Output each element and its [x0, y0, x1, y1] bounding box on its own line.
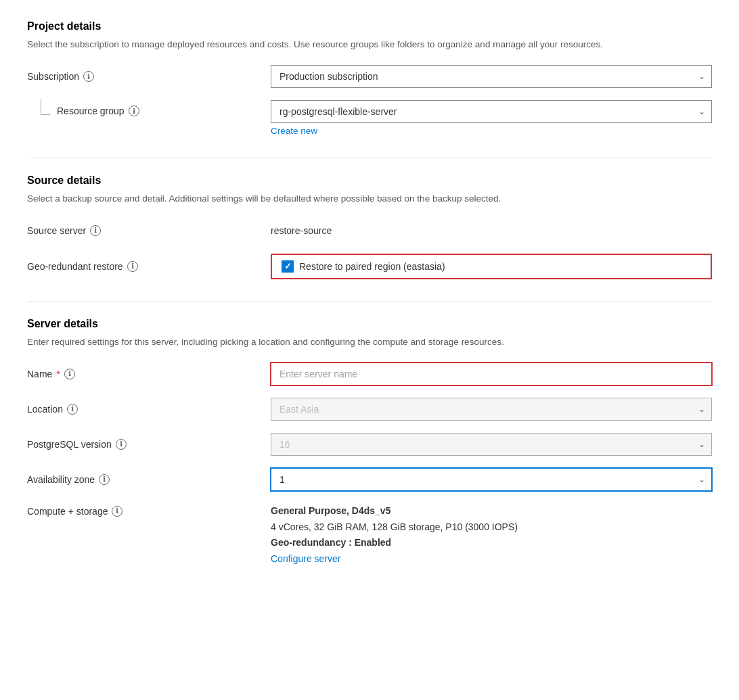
subscription-dropdown[interactable]: Production subscription Dev subscription…	[271, 65, 712, 88]
server-details-section: Server details Enter required settings f…	[27, 318, 712, 567]
server-name-control	[271, 363, 712, 386]
location-dropdown-wrapper: East Asia East US West US West Europe ⌄	[271, 398, 712, 421]
checkmark-icon: ✓	[284, 261, 292, 271]
compute-storage-label: Compute + storage ℹ	[27, 503, 271, 517]
resource-group-dropdown[interactable]: rg-postgresql-flexible-server rg-dev rg-…	[271, 100, 712, 123]
project-details-desc: Select the subscription to manage deploy…	[27, 38, 712, 51]
postgresql-version-dropdown-wrapper: 16 15 14 13 ⌄	[271, 433, 712, 456]
postgresql-version-label: PostgreSQL version ℹ	[27, 439, 271, 450]
geo-redundant-checkbox-container[interactable]: ✓ Restore to paired region (eastasia)	[271, 254, 712, 279]
source-server-label: Source server ℹ	[27, 225, 271, 236]
geo-redundant-row: Geo-redundant restore ℹ ✓ Restore to pai…	[27, 254, 712, 279]
resource-group-row: Resource group ℹ rg-postgresql-flexible-…	[27, 100, 712, 136]
resource-group-indent: Resource group ℹ	[27, 106, 139, 116]
location-label: Location ℹ	[27, 404, 271, 415]
availability-zone-control: 1 2 3 No preference ⌄	[271, 468, 712, 491]
compute-line1: General Purpose, D4ds_v5	[271, 503, 712, 519]
configure-server-link[interactable]: Configure server	[271, 553, 341, 564]
location-control: East Asia East US West US West Europe ⌄	[271, 398, 712, 421]
subscription-dropdown-wrapper: Production subscription Dev subscription…	[271, 65, 712, 88]
server-name-row: Name * ℹ	[27, 363, 712, 386]
availability-zone-dropdown-wrapper: 1 2 3 No preference ⌄	[271, 468, 712, 491]
availability-zone-info-icon[interactable]: ℹ	[99, 474, 110, 485]
resource-group-label-col: Resource group ℹ	[27, 100, 271, 116]
geo-redundant-checkbox-label: Restore to paired region (eastasia)	[299, 261, 445, 272]
postgresql-version-dropdown[interactable]: 16 15 14 13	[271, 433, 712, 456]
subscription-info-icon[interactable]: ℹ	[83, 71, 94, 82]
source-server-row: Source server ℹ restore-source	[27, 220, 712, 241]
resource-group-dropdown-wrapper: rg-postgresql-flexible-server rg-dev rg-…	[271, 100, 712, 123]
source-details-desc: Select a backup source and detail. Addit…	[27, 192, 712, 206]
source-details-section: Source details Select a backup source an…	[27, 174, 712, 279]
compute-line3: Geo-redundancy : Enabled	[271, 535, 712, 551]
location-row: Location ℹ East Asia East US West US Wes…	[27, 398, 712, 421]
compute-storage-row: Compute + storage ℹ General Purpose, D4d…	[27, 503, 712, 567]
geo-redundant-info-icon[interactable]: ℹ	[127, 261, 138, 272]
availability-zone-row: Availability zone ℹ 1 2 3 No preference …	[27, 468, 712, 491]
server-details-desc: Enter required settings for this server,…	[27, 335, 712, 349]
postgresql-version-row: PostgreSQL version ℹ 16 15 14 13 ⌄	[27, 433, 712, 456]
source-server-info-icon[interactable]: ℹ	[90, 225, 101, 236]
geo-redundant-label: Geo-redundant restore ℹ	[27, 261, 271, 272]
divider-1	[27, 158, 712, 158]
compute-line2: 4 vCores, 32 GiB RAM, 128 GiB storage, P…	[271, 519, 712, 536]
compute-storage-info: General Purpose, D4ds_v5 4 vCores, 32 Gi…	[271, 503, 712, 567]
resource-group-info-icon[interactable]: ℹ	[129, 106, 139, 116]
server-name-label: Name * ℹ	[27, 369, 271, 379]
project-details-title: Project details	[27, 20, 712, 32]
tree-line-icon	[41, 99, 50, 115]
compute-storage-info-icon[interactable]: ℹ	[112, 506, 122, 517]
location-dropdown[interactable]: East Asia East US West US West Europe	[271, 398, 712, 421]
availability-zone-label: Availability zone ℹ	[27, 474, 271, 485]
resource-group-control: rg-postgresql-flexible-server rg-dev rg-…	[271, 100, 712, 136]
server-name-input[interactable]	[271, 363, 712, 386]
subscription-label: Subscription ℹ	[27, 71, 271, 82]
source-server-static: restore-source	[271, 220, 712, 241]
postgresql-version-control: 16 15 14 13 ⌄	[271, 433, 712, 456]
subscription-row: Subscription ℹ Production subscription D…	[27, 65, 712, 88]
subscription-control: Production subscription Dev subscription…	[271, 65, 712, 88]
compute-storage-control: General Purpose, D4ds_v5 4 vCores, 32 Gi…	[271, 503, 712, 567]
required-asterisk: *	[56, 369, 60, 379]
source-details-title: Source details	[27, 174, 712, 187]
geo-redundant-checkbox[interactable]: ✓	[282, 260, 294, 273]
divider-2	[27, 301, 712, 302]
server-details-title: Server details	[27, 318, 712, 330]
availability-zone-dropdown[interactable]: 1 2 3 No preference	[271, 468, 712, 491]
project-details-section: Project details Select the subscription …	[27, 20, 712, 136]
source-server-value: restore-source	[271, 220, 712, 241]
geo-redundant-control: ✓ Restore to paired region (eastasia)	[271, 254, 712, 279]
postgresql-version-info-icon[interactable]: ℹ	[116, 439, 127, 450]
server-name-info-icon[interactable]: ℹ	[64, 369, 75, 379]
create-new-link[interactable]: Create new	[271, 126, 317, 136]
location-info-icon[interactable]: ℹ	[67, 404, 78, 415]
